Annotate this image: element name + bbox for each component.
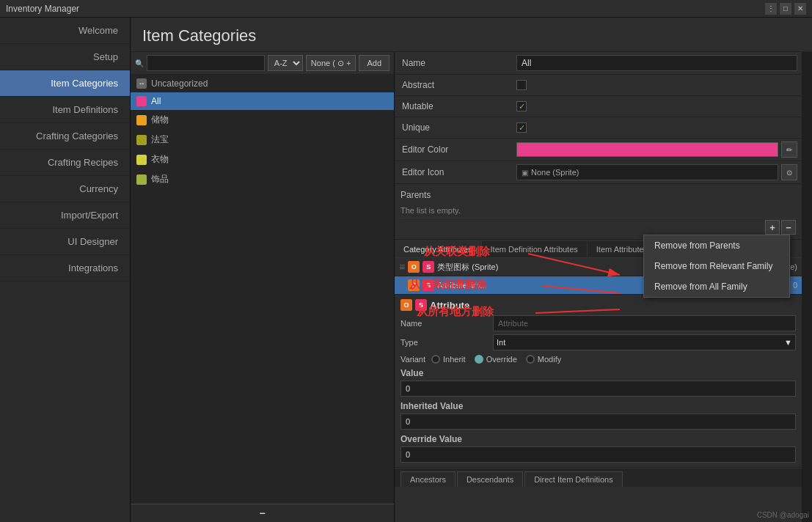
variant-inherit[interactable]: Inherit	[431, 355, 466, 364]
modify-radio[interactable]	[526, 355, 535, 364]
category-label: 储物	[151, 114, 169, 126]
remove-category-button[interactable]: −	[131, 504, 394, 522]
category-label: 法宝	[151, 133, 169, 146]
tab-ancestors[interactable]: Ancestors	[400, 471, 456, 487]
categories-list: ▪▪ Uncategorized All 储物 法宝	[131, 75, 394, 504]
drag-handle-icon[interactable]: ≡	[399, 261, 405, 273]
app-title: Inventory Manager	[6, 4, 765, 14]
context-menu-remove-relevant[interactable]: Remove from Relevant Family	[644, 256, 789, 276]
sidebar: Welcome Setup Item Categories Item Defin…	[0, 18, 131, 522]
attr-detail-badge-o: O	[400, 299, 412, 311]
drag-handle-icon[interactable]: ≡	[399, 279, 405, 291]
none-button[interactable]: None ( ⊙ +	[306, 55, 356, 71]
override-label: Override	[486, 355, 517, 364]
name-field-value	[512, 52, 802, 75]
attr-badge-s: S	[423, 279, 434, 291]
parents-controls: + −	[400, 218, 796, 236]
category-label: 衣物	[151, 153, 169, 166]
sidebar-item-ui-designer[interactable]: UI Designer	[0, 229, 130, 255]
variant-radio-group: Inherit Override Modify	[431, 355, 561, 364]
mutable-field-label: Mutable	[395, 96, 512, 117]
unique-field-label: Unique	[395, 117, 512, 139]
search-input[interactable]	[147, 55, 265, 71]
inherit-radio[interactable]	[431, 355, 440, 364]
sidebar-item-item-definitions[interactable]: Item Definitions	[0, 97, 130, 123]
parents-section: Parents The list is empty. + −	[395, 184, 802, 240]
attr-name-detail-input[interactable]: Attribute	[493, 315, 796, 331]
abstract-field-label: Abstract	[395, 75, 512, 96]
tab-item-definition-attributes[interactable]: Item Definition Attributes	[482, 241, 588, 257]
name-input[interactable]	[516, 55, 797, 71]
inherited-value-input[interactable]	[400, 413, 796, 430]
attr-name-detail-label: Name	[400, 315, 489, 331]
mutable-checkbox[interactable]: ✓	[516, 101, 527, 111]
parents-empty-text: The list is empty.	[400, 203, 796, 218]
context-menu: Remove from Parents Remove from Relevant…	[643, 235, 790, 298]
chevron-down-icon: ▼	[784, 338, 792, 347]
value-section: Value Inherited Value Override Value	[400, 368, 796, 463]
maximize-button[interactable]: □	[780, 3, 791, 15]
icon-preview: ▣ None (Sprite)	[516, 164, 778, 180]
list-item[interactable]: 储物	[131, 110, 394, 130]
scrollbar-track[interactable]	[802, 52, 812, 522]
list-item[interactable]: All	[131, 92, 394, 110]
tab-category-attributes[interactable]: Category Attributes	[395, 241, 482, 257]
icon-preview-label: None (Sprite)	[531, 168, 579, 177]
attr-badge-s: S	[423, 261, 434, 273]
menu-button[interactable]: ⋮	[765, 3, 777, 15]
icon-select-button[interactable]: ⊙	[781, 164, 797, 180]
list-item[interactable]: 衣物	[131, 150, 394, 169]
attr-value-label: 0	[793, 281, 797, 290]
field-grid: Name Abstract Mutable ✓	[395, 52, 802, 184]
editor-color-value: ✏	[512, 139, 802, 161]
editor-icon-label: Editor Icon	[395, 161, 512, 184]
category-color-dot	[136, 115, 147, 125]
inherit-label: Inherit	[443, 355, 466, 364]
context-menu-remove-all[interactable]: Remove from All Family	[644, 276, 789, 297]
color-bar[interactable]	[516, 142, 778, 157]
override-value-input[interactable]	[400, 446, 796, 463]
add-parent-button[interactable]: +	[765, 220, 780, 235]
category-color-dot	[136, 135, 147, 145]
context-menu-remove-parents[interactable]: Remove from Parents	[644, 235, 789, 256]
attribute-detail: O S Attribute Name Attribute Type Int ▼	[395, 295, 802, 468]
override-radio[interactable]	[475, 355, 483, 364]
remove-parent-button[interactable]: −	[781, 220, 796, 235]
abstract-checkbox[interactable]	[516, 80, 527, 90]
sidebar-item-welcome[interactable]: Welcome	[0, 18, 130, 44]
sidebar-item-item-categories[interactable]: Item Categories	[0, 70, 130, 97]
sidebar-item-setup[interactable]: Setup	[0, 44, 130, 70]
category-color-dot	[136, 155, 147, 165]
icon-field: ▣ None (Sprite) ⊙	[516, 164, 797, 180]
variant-override[interactable]: Override	[475, 355, 517, 364]
variant-modify[interactable]: Modify	[526, 355, 561, 364]
unique-checkbox[interactable]: ✓	[516, 122, 527, 133]
variant-label: Variant	[400, 355, 425, 364]
tab-direct-item-definitions[interactable]: Direct Item Definitions	[524, 471, 623, 487]
sort-select[interactable]: A-Z Z-A	[268, 55, 303, 71]
sidebar-item-import-export[interactable]: Import/Export	[0, 202, 130, 229]
tab-descendants[interactable]: Descendants	[457, 471, 523, 487]
sidebar-item-crafting-categories[interactable]: Crafting Categories	[0, 123, 130, 150]
sidebar-item-crafting-recipes[interactable]: Crafting Recipes	[0, 150, 130, 176]
name-field-label: Name	[395, 52, 512, 75]
parents-label: Parents	[400, 187, 796, 203]
override-value-label: Override Value	[400, 434, 796, 444]
attr-badge-o: O	[408, 261, 420, 273]
value-input[interactable]	[400, 381, 796, 397]
list-item[interactable]: 饰品	[131, 169, 394, 189]
close-button[interactable]: ✕	[794, 3, 806, 15]
category-label: 饰品	[151, 173, 169, 185]
list-item[interactable]: ▪▪ Uncategorized	[131, 75, 394, 92]
sidebar-item-currency[interactable]: Currency	[0, 176, 130, 202]
list-item[interactable]: 法宝	[131, 130, 394, 150]
attr-detail-grid: Name Attribute Type Int ▼	[400, 315, 796, 350]
unique-field-value: ✓	[512, 117, 802, 139]
attr-badge-o: O	[408, 279, 420, 291]
color-picker-button[interactable]: ✏	[781, 141, 797, 158]
sidebar-item-integrations[interactable]: Integrations	[0, 255, 130, 282]
inherited-value-label: Inherited Value	[400, 401, 796, 411]
attr-title-row: O S Attribute	[400, 299, 796, 311]
attr-type-select[interactable]: Int ▼	[493, 334, 796, 350]
add-category-button[interactable]: Add	[359, 55, 389, 71]
